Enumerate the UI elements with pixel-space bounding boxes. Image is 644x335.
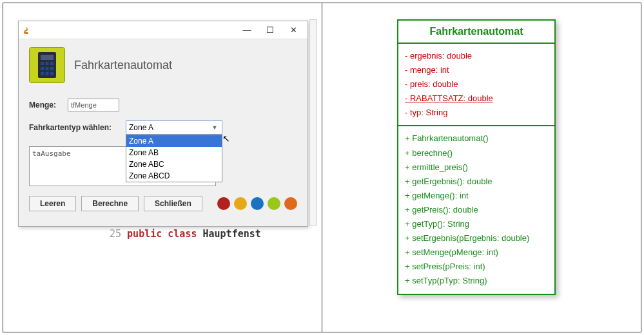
svg-rect-2 [41,62,44,65]
uml-method: + getErgebnis(): double [405,175,548,189]
calculator-icon [29,47,65,83]
java-icon [21,25,32,35]
color-dot [217,197,230,210]
uml-method: + berechne() [405,146,548,160]
berechne-button[interactable]: Berechne [81,196,139,211]
cursor-icon: ↖ [222,133,230,144]
color-dot [284,197,297,210]
uml-method: + setTyp(pTyp: String) [405,274,548,288]
menge-label: Menge: [29,100,68,110]
svg-rect-8 [41,72,44,75]
uml-method: + getPreis(): double [405,203,548,217]
uml-attribute: - typ: String [405,106,548,120]
minimize-button[interactable]: — [235,23,259,38]
svg-rect-10 [50,72,54,75]
code-fragment: 25 public class Hauptfenst [110,228,309,240]
chevron-down-icon: ▼ [210,123,219,132]
svg-rect-5 [41,67,44,70]
uml-methods-section: + Fahrkartenautomat()+ berechne()+ ermit… [398,126,554,293]
uml-method: + Fahrkartenautomat() [405,131,548,146]
color-dots [217,197,297,210]
combo-item[interactable]: Zone AB [126,147,222,158]
maximize-button[interactable]: ☐ [259,23,282,38]
uml-class-box: Fahrkartenautomat - ergebnis: double- me… [397,19,556,295]
app-window: — ☐ ✕ Fahrkartenautom [18,21,308,227]
typ-combobox[interactable]: Zone A ▼ [126,120,222,135]
combo-item[interactable]: Zone ABC [126,158,222,170]
uml-attribute: - preis: double [405,77,548,91]
svg-rect-6 [46,67,49,70]
uml-attribute: - menge: int [405,63,548,77]
uml-method: + getMenge(): int [405,189,548,203]
app-header: Fahrkartenautomat [29,47,297,83]
ide-background-fragment [309,19,317,225]
svg-rect-9 [46,72,49,75]
uml-attribute: - ergebnis: double [405,49,548,63]
typ-label: Fahrkartentyp wählen: [29,123,126,132]
uml-attributes-section: - ergebnis: double- menge: int- preis: d… [398,44,554,126]
color-dot [268,197,280,210]
color-dot [251,197,264,210]
uml-method: + setPreis(pPreis: int) [405,260,548,274]
close-button[interactable]: ✕ [282,23,305,38]
schliessen-button[interactable]: Schließen [144,196,202,211]
uml-method: + getTyp(): String [405,217,548,231]
menge-input[interactable] [68,99,119,111]
uml-attribute: - RABATTSATZ: double [405,91,548,106]
typ-dropdown-list: Zone AZone ABZone ABCZone ABCD [126,135,222,182]
color-dot [234,197,247,210]
svg-rect-4 [50,62,54,65]
uml-method: + setErgebnis(pErgebnis: double) [405,231,548,245]
svg-rect-7 [50,67,54,70]
vertical-divider [322,3,322,332]
combo-item[interactable]: Zone A [126,135,222,147]
uml-class-name: Fahrkartenautomat [398,21,554,44]
app-title: Fahrkartenautomat [74,59,172,72]
uml-method: + setMenge(pMenge: int) [405,245,548,260]
uml-method: + ermittle_preis() [405,160,548,175]
leeren-button[interactable]: Leeren [29,196,76,211]
svg-rect-1 [41,55,54,60]
title-bar: — ☐ ✕ [19,21,307,39]
combo-item[interactable]: Zone ABCD [126,170,222,182]
svg-rect-3 [46,62,49,65]
combo-selected-text: Zone A [129,123,153,132]
